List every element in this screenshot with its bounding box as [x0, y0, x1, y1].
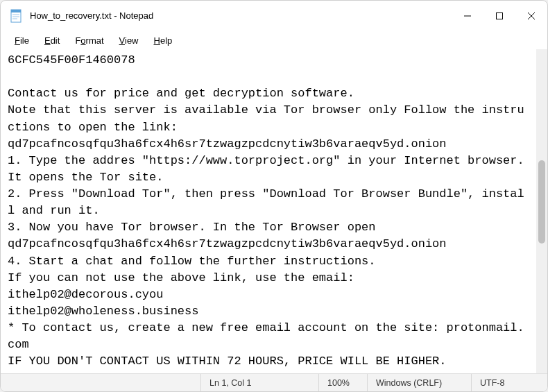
svg-rect-6: [497, 12, 503, 19]
status-position: Ln 1, Col 1: [200, 374, 318, 391]
minimize-icon: [464, 12, 471, 19]
close-icon: [528, 12, 535, 19]
window-title: How_to_recovery.txt - Notepad: [30, 10, 452, 21]
status-encoding: UTF-8: [471, 374, 547, 391]
maximize-icon: [496, 12, 503, 19]
menubar: File Edit Format View Help: [1, 31, 547, 49]
svg-rect-1: [11, 10, 21, 12]
status-line-ending: Windows (CRLF): [367, 374, 471, 391]
menu-edit[interactable]: Edit: [37, 34, 67, 47]
status-zoom: 100%: [318, 374, 367, 391]
close-button[interactable]: [515, 1, 547, 31]
menu-format[interactable]: Format: [68, 34, 110, 47]
maximize-button[interactable]: [483, 1, 515, 31]
menu-help[interactable]: Help: [147, 34, 180, 47]
minimize-button[interactable]: [452, 1, 483, 31]
window-controls: [452, 1, 547, 31]
titlebar[interactable]: How_to_recovery.txt - Notepad: [1, 1, 547, 31]
menu-view[interactable]: View: [112, 34, 146, 47]
menu-file[interactable]: File: [8, 34, 36, 47]
statusbar: Ln 1, Col 1 100% Windows (CRLF) UTF-8: [1, 373, 547, 391]
editor-wrap: 6CFC545F00F1460078 Contact us for price …: [1, 49, 547, 373]
vertical-scrollbar[interactable]: [536, 49, 547, 373]
scroll-thumb[interactable]: [538, 160, 545, 244]
notepad-icon: [10, 9, 22, 23]
text-editor[interactable]: 6CFC545F00F1460078 Contact us for price …: [1, 49, 536, 373]
app-window: How_to_recovery.txt - Notepad File Edit …: [0, 0, 548, 392]
